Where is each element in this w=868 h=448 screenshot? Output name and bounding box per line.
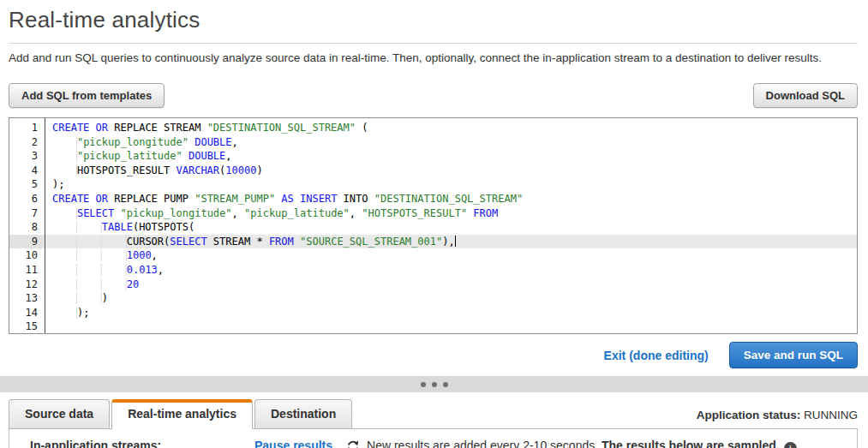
line-number: 2	[9, 135, 45, 150]
tab-bar: Source dataReal-time analyticsDestinatio…	[9, 399, 858, 429]
splitter-dot	[421, 382, 426, 387]
results-refresh-text: New results are added every 2-10 seconds…	[367, 439, 797, 448]
line-number: 9	[9, 235, 45, 249]
splitter-drag-handle[interactable]	[0, 376, 868, 392]
line-number: 1	[9, 121, 45, 135]
pause-results-link[interactable]: Pause results	[254, 439, 332, 448]
application-status: Application status: RUNNING	[697, 409, 858, 421]
exit-done-editing-link[interactable]: Exit (done editing)	[604, 349, 709, 362]
line-number: 14	[9, 306, 45, 320]
tab-source-data[interactable]: Source data	[9, 399, 110, 428]
results-panel: In-application streams: Pause results Ne…	[9, 429, 858, 448]
code-line[interactable]: );	[45, 177, 857, 192]
splitter-dot	[432, 382, 437, 387]
splitter-dot	[443, 382, 448, 387]
page-description: Add and run SQL queries to continuously …	[9, 51, 858, 64]
toolbar: Add SQL from templates Download SQL	[9, 83, 858, 108]
add-sql-from-templates-button[interactable]: Add SQL from templates	[9, 83, 165, 108]
code-line[interactable]: 1000,	[45, 248, 857, 263]
line-number: 6	[9, 192, 45, 206]
code-line[interactable]: "pickup_latitude" DOUBLE,	[45, 149, 857, 164]
text-cursor	[455, 236, 456, 247]
code-line[interactable]: CREATE OR REPLACE STREAM "DESTINATION_SQ…	[45, 121, 857, 135]
tab-destination[interactable]: Destination	[254, 399, 352, 428]
save-and-run-sql-button[interactable]: Save and run SQL	[729, 342, 858, 368]
code-line[interactable]: SELECT "pickup_longitude", "pickup_latit…	[45, 206, 857, 221]
line-number-gutter: 123456789101112131415	[9, 118, 45, 333]
line-number: 12	[9, 278, 45, 292]
code-line[interactable]: "pickup_longitude" DOUBLE,	[45, 135, 857, 150]
page-title: Real-time analytics	[9, 7, 858, 33]
code-line[interactable]	[45, 320, 857, 334]
code-line[interactable]: CURSOR(SELECT STREAM * FROM "SOURCE_SQL_…	[45, 235, 857, 249]
in-application-streams-label: In-application streams:	[30, 439, 254, 448]
application-status-value: RUNNING	[804, 409, 858, 421]
application-status-label: Application status:	[697, 409, 801, 421]
info-icon[interactable]	[784, 442, 797, 448]
tab-real-time-analytics[interactable]: Real-time analytics	[111, 399, 253, 429]
sql-code-area[interactable]: CREATE OR REPLACE STREAM "DESTINATION_SQ…	[45, 118, 857, 333]
code-line[interactable]: TABLE(HOTSPOTS(	[45, 220, 857, 235]
line-number: 4	[9, 164, 45, 178]
line-number: 15	[9, 320, 45, 334]
line-number: 3	[9, 149, 45, 164]
title-divider	[9, 43, 858, 44]
line-number: 5	[9, 177, 45, 192]
line-number: 8	[9, 220, 45, 235]
refresh-icon	[346, 439, 360, 448]
line-number: 7	[9, 206, 45, 221]
line-number: 10	[9, 248, 45, 263]
sql-editor[interactable]: 123456789101112131415 CREATE OR REPLACE …	[9, 117, 858, 334]
code-line[interactable]: )	[45, 291, 857, 306]
code-line[interactable]: HOTSPOTS_RESULT VARCHAR(10000)	[45, 164, 857, 178]
code-line[interactable]: CREATE OR REPLACE PUMP "STREAM_PUMP" AS …	[45, 192, 857, 206]
download-sql-button[interactable]: Download SQL	[753, 83, 858, 108]
code-line[interactable]: 0.013,	[45, 263, 857, 278]
code-line[interactable]: );	[45, 306, 857, 320]
line-number: 11	[9, 263, 45, 278]
code-line[interactable]: 20	[45, 278, 857, 292]
line-number: 13	[9, 291, 45, 306]
